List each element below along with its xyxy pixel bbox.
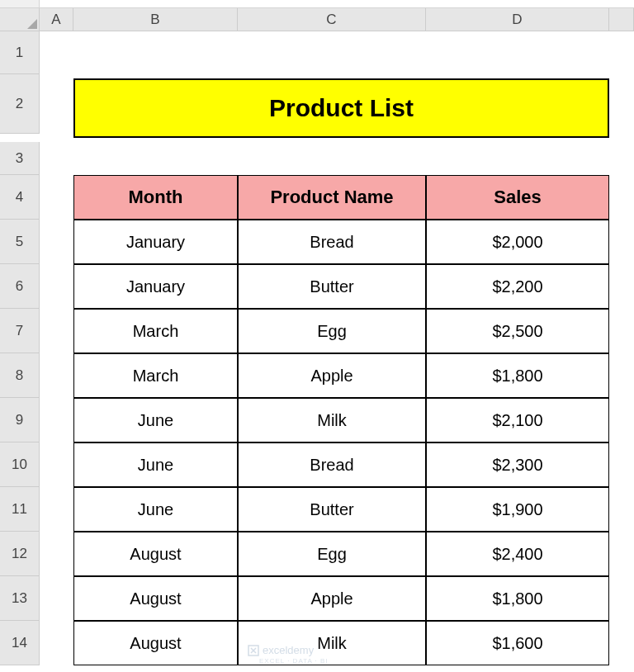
cell[interactable]: [40, 74, 73, 134]
cell[interactable]: [40, 31, 73, 74]
table-row[interactable]: Butter: [238, 264, 426, 309]
table-row[interactable]: June: [73, 442, 238, 487]
table-row[interactable]: Egg: [238, 532, 426, 576]
cell[interactable]: [238, 31, 426, 74]
table-row[interactable]: $2,000: [426, 220, 609, 264]
cell[interactable]: [40, 175, 73, 220]
row-9[interactable]: 9: [0, 398, 40, 442]
col-extra[interactable]: [609, 8, 634, 31]
cell[interactable]: [73, 142, 238, 175]
table-row[interactable]: Bread: [238, 442, 426, 487]
watermark-sub: EXCEL · DATA · BI: [259, 657, 329, 665]
cell[interactable]: [426, 142, 609, 175]
table-row[interactable]: Apple: [238, 353, 426, 398]
table-row[interactable]: Milk: [238, 398, 426, 442]
table-row[interactable]: Bread: [238, 220, 426, 264]
table-row[interactable]: March: [73, 353, 238, 398]
row-11[interactable]: 11: [0, 487, 40, 532]
table-row[interactable]: August: [73, 621, 238, 665]
hdr-sales[interactable]: Sales: [426, 175, 609, 220]
col-A[interactable]: A: [40, 8, 73, 31]
watermark: exceldemy: [248, 644, 314, 656]
table-row[interactable]: $2,400: [426, 532, 609, 576]
row-10[interactable]: 10: [0, 442, 40, 487]
table-row[interactable]: Egg: [238, 309, 426, 353]
row-4[interactable]: 4: [0, 175, 40, 220]
row-2[interactable]: 2: [0, 74, 40, 134]
row-8[interactable]: 8: [0, 353, 40, 398]
col-D[interactable]: D: [426, 8, 609, 31]
row-5[interactable]: 5: [0, 220, 40, 264]
title[interactable]: Product List: [73, 78, 609, 138]
select-all[interactable]: [0, 8, 40, 31]
row-13[interactable]: 13: [0, 576, 40, 621]
row-12[interactable]: 12: [0, 532, 40, 576]
col-C[interactable]: C: [238, 8, 426, 31]
table-row[interactable]: Butter: [238, 487, 426, 532]
table-row[interactable]: $1,600: [426, 621, 609, 665]
hdr-month[interactable]: Month: [73, 175, 238, 220]
cell[interactable]: [426, 31, 609, 74]
cell[interactable]: [40, 142, 73, 175]
table-row[interactable]: January: [73, 264, 238, 309]
cell[interactable]: [73, 31, 238, 74]
hdr-product[interactable]: Product Name: [238, 175, 426, 220]
table-row[interactable]: $2,100: [426, 398, 609, 442]
table-row[interactable]: $2,500: [426, 309, 609, 353]
table-row[interactable]: August: [73, 532, 238, 576]
row-1[interactable]: 1: [0, 31, 40, 74]
col-B[interactable]: B: [73, 8, 238, 31]
row-7[interactable]: 7: [0, 309, 40, 353]
cell[interactable]: [238, 142, 426, 175]
logo-icon: [248, 645, 259, 656]
table-row[interactable]: $1,800: [426, 576, 609, 621]
table-row[interactable]: $2,200: [426, 264, 609, 309]
table-row[interactable]: January: [73, 220, 238, 264]
spreadsheet: A B C D 1 2 Product List 3 4 Month Produ…: [0, 0, 634, 665]
row-3[interactable]: 3: [0, 142, 40, 175]
table-row[interactable]: $1,900: [426, 487, 609, 532]
table-row[interactable]: June: [73, 487, 238, 532]
table-row[interactable]: March: [73, 309, 238, 353]
table-row[interactable]: June: [73, 398, 238, 442]
table-row[interactable]: $2,300: [426, 442, 609, 487]
table-row[interactable]: $1,800: [426, 353, 609, 398]
row-14[interactable]: 14: [0, 621, 40, 665]
table-row[interactable]: August: [73, 576, 238, 621]
table-row[interactable]: Apple: [238, 576, 426, 621]
row-6[interactable]: 6: [0, 264, 40, 309]
